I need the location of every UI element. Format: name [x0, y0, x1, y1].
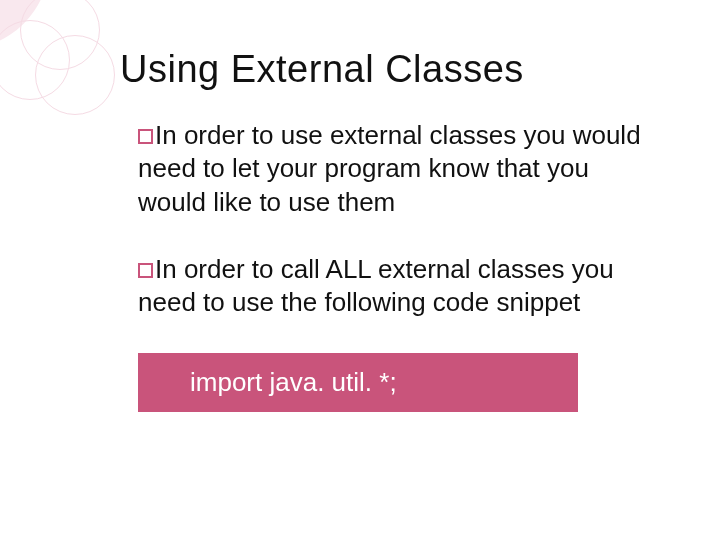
- square-bullet-icon: [138, 263, 153, 278]
- bullet-2-lead: In: [155, 254, 177, 284]
- square-bullet-icon: [138, 129, 153, 144]
- bullet-1: In order to use external classes you wou…: [120, 119, 660, 219]
- code-snippet-text: import java. util. *;: [190, 367, 397, 397]
- bullet-1-text: order to use external classes you would …: [138, 120, 641, 217]
- bullet-2: In order to call ALL external classes yo…: [120, 253, 660, 320]
- code-snippet-box: import java. util. *;: [138, 353, 578, 412]
- slide: Using External Classes In order to use e…: [0, 0, 720, 540]
- slide-title: Using External Classes: [120, 48, 660, 91]
- bullet-2-text: order to call ALL external classes you n…: [138, 254, 614, 317]
- bullet-1-lead: In: [155, 120, 177, 150]
